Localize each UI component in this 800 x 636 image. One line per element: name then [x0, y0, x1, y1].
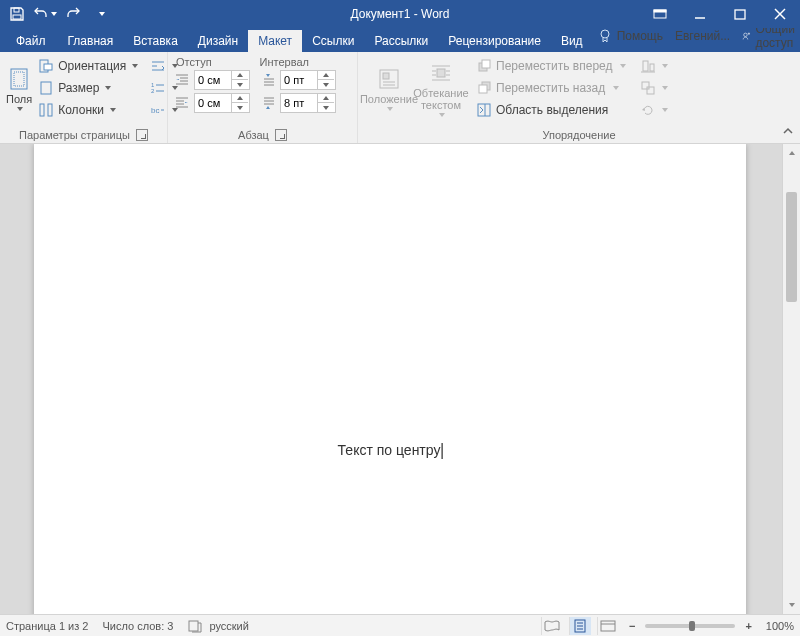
selection-pane-button[interactable]: Область выделения	[472, 100, 630, 120]
orientation-button[interactable]: Ориентация	[34, 56, 142, 76]
close-button[interactable]	[760, 0, 800, 28]
zoom-out-button[interactable]: −	[625, 620, 639, 632]
window-title: Документ1 - Word	[350, 7, 449, 21]
undo-button[interactable]	[32, 2, 58, 26]
svg-rect-57	[642, 82, 649, 89]
columns-label: Колонки	[58, 103, 104, 117]
ribbon-options-button[interactable]	[640, 0, 680, 28]
status-bar: Страница 1 из 2 Число слов: 3 русский − …	[0, 614, 800, 636]
tab-insert[interactable]: Вставка	[123, 30, 188, 52]
tab-file[interactable]: Файл	[4, 30, 58, 52]
rotate-button	[638, 100, 670, 120]
position-button: Положение	[364, 56, 414, 122]
maximize-button[interactable]	[720, 0, 760, 28]
indent-header: Отступ	[176, 56, 212, 68]
size-button[interactable]: Размер	[34, 78, 142, 98]
tab-references[interactable]: Ссылки	[302, 30, 364, 52]
collapse-ribbon-button[interactable]	[780, 123, 796, 139]
space-after-input[interactable]	[280, 93, 336, 113]
title-bar: Документ1 - Word	[0, 0, 800, 28]
bring-forward-button: Переместить вперед	[472, 56, 630, 76]
vertical-scrollbar[interactable]	[782, 144, 800, 614]
ribbon: Поля Ориентация Размер Колонки	[0, 52, 800, 144]
indent-right-icon	[174, 95, 190, 111]
print-layout-button[interactable]	[569, 617, 591, 635]
svg-rect-54	[643, 61, 648, 71]
svg-rect-16	[48, 104, 52, 116]
qat-customize-button[interactable]	[88, 2, 114, 26]
tab-design[interactable]: Дизайн	[188, 30, 248, 52]
svg-rect-58	[647, 87, 654, 94]
selection-pane-label: Область выделения	[496, 103, 608, 117]
scroll-down-button[interactable]	[783, 596, 800, 614]
space-before-input[interactable]	[280, 70, 336, 90]
page-indicator[interactable]: Страница 1 из 2	[6, 620, 88, 632]
ribbon-tabs: Файл Главная Вставка Дизайн Макет Ссылки…	[0, 28, 800, 52]
align-button	[638, 56, 670, 76]
space-before-icon	[260, 72, 276, 88]
zoom-in-button[interactable]: +	[741, 620, 755, 632]
margins-label: Поля	[6, 93, 32, 105]
web-layout-button[interactable]	[597, 617, 619, 635]
scroll-up-button[interactable]	[783, 144, 800, 162]
tab-mailings[interactable]: Рассылки	[364, 30, 438, 52]
language-indicator[interactable]: русский	[187, 618, 248, 634]
send-backward-label: Переместить назад	[496, 81, 605, 95]
page[interactable]: Текст по центру	[34, 144, 746, 614]
user-account[interactable]: Евгений...	[671, 27, 734, 45]
tab-review[interactable]: Рецензирование	[438, 30, 551, 52]
document-text[interactable]: Текст по центру	[338, 442, 443, 459]
tab-layout[interactable]: Макет	[248, 30, 302, 52]
indent-left-input[interactable]	[194, 70, 250, 90]
language-label: русский	[209, 620, 248, 632]
svg-text:bc: bc	[151, 106, 159, 115]
save-button[interactable]	[4, 2, 30, 26]
send-backward-button: Переместить назад	[472, 78, 630, 98]
zoom-level[interactable]: 100%	[766, 620, 794, 632]
margins-button[interactable]: Поля	[6, 56, 32, 122]
indent-right-input[interactable]	[194, 93, 250, 113]
svg-rect-55	[650, 64, 654, 71]
svg-rect-51	[479, 85, 487, 93]
arrange-group-label: Упорядочение	[543, 129, 616, 141]
svg-rect-14	[41, 82, 51, 94]
bring-forward-label: Переместить вперед	[496, 59, 612, 73]
svg-rect-41	[437, 69, 445, 77]
svg-rect-3	[654, 10, 666, 12]
wrap-text-button: Обтекание текстом	[416, 56, 466, 122]
tab-view[interactable]: Вид	[551, 30, 593, 52]
svg-rect-13	[44, 64, 52, 70]
size-label: Размер	[58, 81, 99, 95]
orientation-label: Ориентация	[58, 59, 126, 73]
svg-rect-64	[601, 621, 615, 631]
wrap-text-label: Обтекание текстом	[413, 87, 468, 111]
paragraph-dialog-launcher[interactable]	[275, 129, 287, 141]
svg-rect-49	[482, 60, 490, 68]
spacing-header: Интервал	[260, 56, 309, 68]
columns-button[interactable]: Колонки	[34, 100, 142, 120]
zoom-slider-thumb[interactable]	[689, 621, 695, 631]
page-setup-group-label: Параметры страницы	[19, 129, 130, 141]
tell-me-button[interactable]: Помощь	[593, 26, 667, 46]
svg-rect-38	[383, 73, 389, 79]
svg-rect-5	[735, 10, 745, 19]
zoom-slider[interactable]	[645, 624, 735, 628]
minimize-button[interactable]	[680, 0, 720, 28]
redo-button[interactable]	[60, 2, 86, 26]
scroll-track[interactable]	[783, 162, 800, 596]
document-area: Текст по центру	[0, 144, 800, 614]
svg-point-8	[601, 30, 609, 38]
word-count[interactable]: Число слов: 3	[102, 620, 173, 632]
scroll-thumb[interactable]	[786, 192, 797, 302]
tell-me-label: Помощь	[617, 29, 663, 43]
svg-rect-52	[478, 104, 490, 116]
svg-point-9	[744, 33, 747, 36]
read-mode-button[interactable]	[541, 617, 563, 635]
page-setup-dialog-launcher[interactable]	[136, 129, 148, 141]
text-cursor	[441, 443, 442, 459]
tab-home[interactable]: Главная	[58, 30, 124, 52]
svg-text:2: 2	[151, 88, 155, 94]
svg-rect-59	[189, 621, 198, 631]
indent-left-icon	[174, 72, 190, 88]
svg-rect-1	[13, 15, 21, 19]
